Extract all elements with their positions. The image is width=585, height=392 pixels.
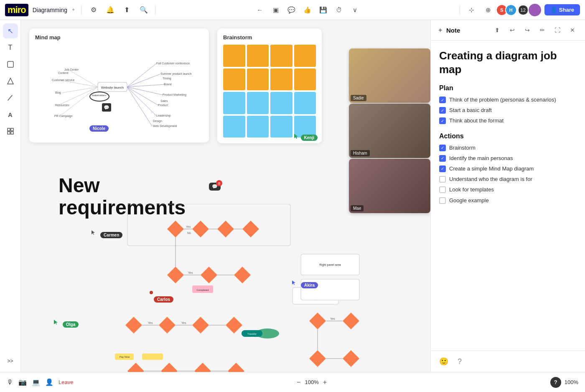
sidebar-tool-sticky[interactable]	[3, 57, 18, 72]
minus-icon[interactable]: −	[297, 379, 300, 386]
screen-share-icon[interactable]: 💻	[32, 378, 40, 386]
share-button[interactable]: 👤 Share	[544, 4, 580, 15]
more-tools-icon[interactable]: ∨	[348, 3, 362, 17]
canvas-diagram: New requirements 💬 8	[50, 171, 430, 351]
save-icon[interactable]: 💾	[317, 3, 330, 17]
svg-marker-51	[201, 267, 217, 283]
share-icon[interactable]: ⬆	[121, 4, 133, 16]
action-checkbox-6[interactable]	[439, 197, 446, 204]
plus-icon[interactable]: +	[323, 379, 327, 386]
sidebar-tool-pen[interactable]	[3, 90, 18, 105]
participants-icon[interactable]: 👤	[45, 378, 53, 386]
svg-text:Customer service: Customer service	[52, 79, 75, 81]
sidebar-tool-shapes[interactable]	[3, 74, 18, 89]
sidebar-tool-text[interactable]: T	[3, 40, 18, 55]
video-sadie: Sadie	[349, 48, 430, 103]
sticky-notes-grid	[223, 45, 316, 137]
sticky-9	[223, 92, 245, 114]
svg-text:Resources: Resources	[55, 104, 69, 107]
timer-icon[interactable]: ⏱	[333, 3, 346, 17]
svg-text:Design: Design	[153, 120, 162, 123]
bottom-right: ? 100%	[550, 377, 578, 388]
current-user-avatar[interactable]	[529, 4, 541, 16]
sticky-2	[247, 45, 269, 67]
notifications-icon[interactable]: 🔔	[104, 4, 117, 16]
right-panel-actions: ⬆ ↩ ↪ ✏ ⛶ ✕	[491, 24, 578, 36]
emoji-icon[interactable]: 🙂	[437, 355, 450, 368]
action-checkbox-5[interactable]	[439, 186, 446, 193]
panel-mindmap: Mind map Website launch Job Center Custo…	[29, 28, 209, 143]
svg-marker-118	[292, 280, 295, 285]
note-sparkle-icon: ✦	[437, 26, 443, 34]
redo-icon[interactable]: ↪	[521, 24, 533, 36]
sidebar-tool-grid[interactable]	[3, 124, 18, 139]
settings-icon[interactable]: ⚙	[87, 4, 100, 16]
sidebar-tool-select[interactable]: ↖	[3, 23, 18, 38]
undo-icon[interactable]: ↩	[506, 24, 518, 36]
plan-section-title: Plan	[439, 84, 577, 92]
action-checkbox-2[interactable]	[439, 155, 446, 162]
flowchart-svg: Yes No Yes Completed	[50, 204, 384, 372]
action-text-5: Look for templates	[449, 186, 494, 193]
leave-button[interactable]: Leave	[58, 379, 73, 385]
svg-marker-73	[194, 363, 211, 372]
search-icon[interactable]: 🔍	[137, 4, 150, 16]
sticky-12	[294, 92, 316, 114]
right-panel-bottom: 🙂 ?	[431, 351, 585, 372]
canvas-area[interactable]: Mind map Website launch Job Center Custo…	[21, 20, 430, 372]
pen-icon-rp[interactable]: ✏	[537, 24, 548, 36]
svg-rect-2	[8, 128, 10, 131]
mic-icon[interactable]: 🎙	[7, 379, 13, 386]
zoom-tool-icon[interactable]: ⊕	[482, 3, 495, 17]
svg-marker-59	[125, 317, 142, 333]
back-icon[interactable]: ←	[253, 3, 267, 17]
expand-icon[interactable]: ⛶	[552, 24, 563, 36]
sidebar-tool-font[interactable]: A	[3, 107, 18, 122]
sticky-5	[223, 69, 245, 91]
svg-text:Job Center: Job Center	[64, 68, 79, 71]
sticky-8	[294, 69, 316, 91]
action-checkbox-4[interactable]	[439, 176, 446, 183]
cursor-tool-icon[interactable]: ⊹	[465, 3, 478, 17]
comment-count-badge: 8	[216, 180, 222, 186]
svg-marker-50	[167, 267, 184, 283]
svg-rect-40	[127, 204, 290, 246]
svg-text:Completed: Completed	[196, 289, 209, 291]
svg-line-1	[8, 95, 12, 100]
svg-marker-71	[127, 363, 144, 372]
svg-marker-117	[92, 230, 95, 235]
svg-text:Brand: Brand	[164, 83, 172, 86]
action-checkbox-1[interactable]	[439, 145, 446, 151]
help-button[interactable]: ?	[550, 377, 561, 388]
plan-checkbox-2[interactable]	[439, 107, 446, 114]
plan-text-1: Think of the problem (personas & scenari…	[449, 96, 556, 104]
share-label: Share	[559, 7, 574, 13]
reactions-icon[interactable]: 👍	[301, 3, 314, 17]
bottom-bar: 🎙 📷 💻 👤 Leave − 100% + ? 100%	[0, 372, 585, 392]
svg-text:Product Marketing: Product Marketing	[163, 93, 186, 97]
plan-checkbox-3[interactable]	[439, 117, 446, 124]
action-checkbox-3[interactable]	[439, 165, 446, 172]
svg-text:Website launch: Website launch	[101, 86, 124, 89]
export-icon[interactable]: ⬆	[491, 24, 503, 36]
svg-text:Right panel area: Right panel area	[319, 263, 341, 267]
plan-item-1: Think of the problem (personas & scenari…	[439, 96, 577, 104]
camera-icon[interactable]: 📷	[18, 378, 27, 386]
note-heading: Creating a diagram job map	[439, 49, 577, 76]
sidebar-tool-more[interactable]: >>	[3, 354, 18, 369]
right-panel-content: Creating a diagram job map Plan Think of…	[431, 41, 585, 351]
frames-icon[interactable]: ▣	[269, 3, 282, 17]
close-icon[interactable]: ✕	[567, 24, 578, 36]
svg-marker-62	[226, 317, 242, 333]
comments-icon[interactable]: 💬	[285, 3, 298, 17]
svg-text:Yes: Yes	[186, 225, 191, 228]
svg-marker-94	[309, 313, 326, 329]
action-item-5: Look for templates	[439, 186, 577, 193]
help-icon-rp[interactable]: ?	[453, 355, 466, 368]
board-saved-icon: ✦	[71, 7, 75, 13]
plan-checkbox-1[interactable]	[439, 97, 446, 103]
svg-marker-44	[242, 221, 259, 237]
comment-bubble-8[interactable]: 💬 8	[209, 182, 221, 191]
sticky-14	[247, 116, 269, 138]
avatar-count: 12	[519, 5, 528, 15]
